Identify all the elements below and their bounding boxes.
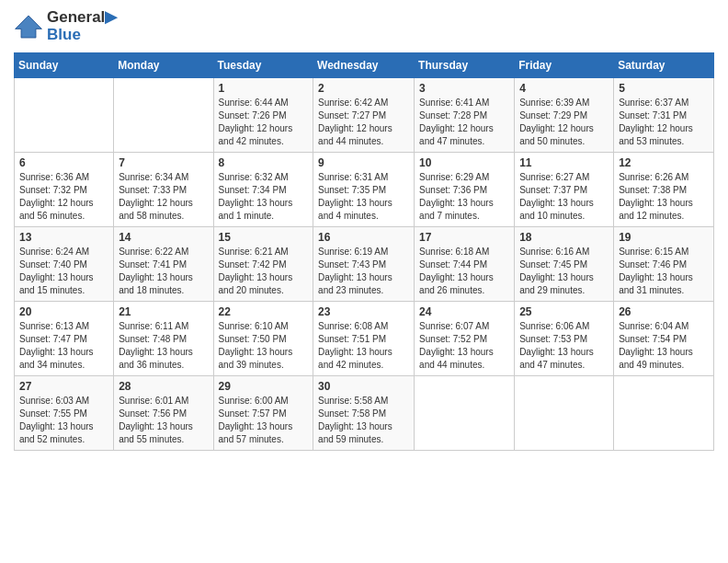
calendar-cell: 23Sunrise: 6:08 AM Sunset: 7:51 PM Dayli… [313,302,415,376]
calendar-cell: 7Sunrise: 6:34 AM Sunset: 7:33 PM Daylig… [114,153,213,227]
calendar-cell: 5Sunrise: 6:37 AM Sunset: 7:31 PM Daylig… [614,78,714,153]
calendar-cell: 20Sunrise: 6:13 AM Sunset: 7:47 PM Dayli… [15,302,114,376]
day-number: 20 [19,305,108,318]
calendar-cell: 27Sunrise: 6:03 AM Sunset: 7:55 PM Dayli… [15,376,114,451]
day-header-sunday: Sunday [15,53,114,78]
day-info: Sunrise: 6:26 AM Sunset: 7:38 PM Dayligh… [619,171,709,223]
day-number: 22 [219,305,309,318]
day-number: 11 [519,156,609,169]
calendar-cell: 25Sunrise: 6:06 AM Sunset: 7:53 PM Dayli… [515,302,614,376]
calendar-cell: 10Sunrise: 6:29 AM Sunset: 7:36 PM Dayli… [415,153,515,227]
week-row-5: 27Sunrise: 6:03 AM Sunset: 7:55 PM Dayli… [15,376,714,451]
day-number: 18 [519,231,609,244]
page-container: General▶ Blue SundayMondayTuesdayWednesd… [0,0,728,465]
day-info: Sunrise: 6:11 AM Sunset: 7:48 PM Dayligh… [119,320,208,372]
day-header-monday: Monday [114,53,213,78]
day-number: 24 [419,305,509,318]
calendar-cell: 6Sunrise: 6:36 AM Sunset: 7:32 PM Daylig… [15,153,114,227]
day-info: Sunrise: 6:06 AM Sunset: 7:53 PM Dayligh… [519,320,609,372]
day-info: Sunrise: 6:37 AM Sunset: 7:31 PM Dayligh… [619,97,709,148]
day-info: Sunrise: 6:07 AM Sunset: 7:52 PM Dayligh… [419,320,509,372]
calendar-cell [15,78,114,153]
calendar-cell: 17Sunrise: 6:18 AM Sunset: 7:44 PM Dayli… [415,227,515,302]
day-number: 15 [219,231,309,244]
week-row-2: 6Sunrise: 6:36 AM Sunset: 7:32 PM Daylig… [15,153,714,227]
day-number: 3 [419,82,509,95]
day-number: 16 [318,231,409,244]
day-number: 26 [619,305,709,318]
day-info: Sunrise: 6:08 AM Sunset: 7:51 PM Dayligh… [318,320,409,372]
logo: General▶ Blue [14,9,117,43]
day-number: 12 [619,156,709,169]
day-header-saturday: Saturday [614,53,714,78]
calendar-cell [515,376,614,451]
calendar-cell: 28Sunrise: 6:01 AM Sunset: 7:56 PM Dayli… [114,376,213,451]
calendar-cell: 2Sunrise: 6:42 AM Sunset: 7:27 PM Daylig… [313,78,415,153]
week-row-4: 20Sunrise: 6:13 AM Sunset: 7:47 PM Dayli… [15,302,714,376]
day-info: Sunrise: 6:27 AM Sunset: 7:37 PM Dayligh… [519,171,609,223]
day-info: Sunrise: 6:39 AM Sunset: 7:29 PM Dayligh… [519,97,609,148]
calendar-cell: 4Sunrise: 6:39 AM Sunset: 7:29 PM Daylig… [515,78,614,153]
day-info: Sunrise: 6:19 AM Sunset: 7:43 PM Dayligh… [318,246,409,297]
day-info: Sunrise: 6:34 AM Sunset: 7:33 PM Dayligh… [119,171,208,223]
day-number: 9 [318,156,409,169]
day-info: Sunrise: 6:04 AM Sunset: 7:54 PM Dayligh… [619,320,709,372]
calendar-cell: 1Sunrise: 6:44 AM Sunset: 7:26 PM Daylig… [213,78,313,153]
day-info: Sunrise: 6:44 AM Sunset: 7:26 PM Dayligh… [219,97,309,148]
calendar-cell: 9Sunrise: 6:31 AM Sunset: 7:35 PM Daylig… [313,153,415,227]
day-number: 6 [19,156,108,169]
header-row: SundayMondayTuesdayWednesdayThursdayFrid… [15,53,714,78]
calendar-cell: 15Sunrise: 6:21 AM Sunset: 7:42 PM Dayli… [213,227,313,302]
day-info: Sunrise: 6:13 AM Sunset: 7:47 PM Dayligh… [19,320,108,372]
calendar-cell: 14Sunrise: 6:22 AM Sunset: 7:41 PM Dayli… [114,227,213,302]
day-info: Sunrise: 6:03 AM Sunset: 7:55 PM Dayligh… [19,395,108,446]
logo-text: General▶ [47,9,117,27]
day-header-tuesday: Tuesday [213,53,313,78]
day-info: Sunrise: 5:58 AM Sunset: 7:58 PM Dayligh… [318,395,409,446]
day-number: 4 [519,82,609,95]
day-number: 28 [119,380,208,393]
calendar-cell: 16Sunrise: 6:19 AM Sunset: 7:43 PM Dayli… [313,227,415,302]
day-number: 8 [219,156,309,169]
logo-icon [14,14,43,40]
calendar-cell: 30Sunrise: 5:58 AM Sunset: 7:58 PM Dayli… [313,376,415,451]
day-info: Sunrise: 6:15 AM Sunset: 7:46 PM Dayligh… [619,246,709,297]
calendar-cell: 29Sunrise: 6:00 AM Sunset: 7:57 PM Dayli… [213,376,313,451]
logo-subtext: Blue [47,27,117,44]
day-number: 27 [19,380,108,393]
calendar-cell: 21Sunrise: 6:11 AM Sunset: 7:48 PM Dayli… [114,302,213,376]
day-info: Sunrise: 6:18 AM Sunset: 7:44 PM Dayligh… [419,246,509,297]
week-row-3: 13Sunrise: 6:24 AM Sunset: 7:40 PM Dayli… [15,227,714,302]
day-number: 2 [318,82,409,95]
day-header-friday: Friday [515,53,614,78]
day-number: 30 [318,380,409,393]
day-number: 19 [619,231,709,244]
calendar-cell: 18Sunrise: 6:16 AM Sunset: 7:45 PM Dayli… [515,227,614,302]
day-number: 17 [419,231,509,244]
calendar-cell: 26Sunrise: 6:04 AM Sunset: 7:54 PM Dayli… [614,302,714,376]
day-number: 25 [519,305,609,318]
day-info: Sunrise: 6:31 AM Sunset: 7:35 PM Dayligh… [318,171,409,223]
day-number: 29 [219,380,309,393]
calendar-table: SundayMondayTuesdayWednesdayThursdayFrid… [14,52,714,451]
day-info: Sunrise: 6:10 AM Sunset: 7:50 PM Dayligh… [219,320,309,372]
day-number: 14 [119,231,208,244]
day-number: 13 [19,231,108,244]
day-number: 10 [419,156,509,169]
calendar-cell [614,376,714,451]
day-info: Sunrise: 6:22 AM Sunset: 7:41 PM Dayligh… [119,246,208,297]
calendar-cell: 12Sunrise: 6:26 AM Sunset: 7:38 PM Dayli… [614,153,714,227]
week-row-1: 1Sunrise: 6:44 AM Sunset: 7:26 PM Daylig… [15,78,714,153]
day-info: Sunrise: 6:16 AM Sunset: 7:45 PM Dayligh… [519,246,609,297]
calendar-cell: 11Sunrise: 6:27 AM Sunset: 7:37 PM Dayli… [515,153,614,227]
calendar-cell: 3Sunrise: 6:41 AM Sunset: 7:28 PM Daylig… [415,78,515,153]
day-info: Sunrise: 6:32 AM Sunset: 7:34 PM Dayligh… [219,171,309,223]
day-header-wednesday: Wednesday [313,53,415,78]
day-number: 1 [219,82,309,95]
calendar-cell: 24Sunrise: 6:07 AM Sunset: 7:52 PM Dayli… [415,302,515,376]
day-info: Sunrise: 6:00 AM Sunset: 7:57 PM Dayligh… [219,395,309,446]
day-info: Sunrise: 6:24 AM Sunset: 7:40 PM Dayligh… [19,246,108,297]
day-info: Sunrise: 6:36 AM Sunset: 7:32 PM Dayligh… [19,171,108,223]
calendar-cell [114,78,213,153]
day-info: Sunrise: 6:29 AM Sunset: 7:36 PM Dayligh… [419,171,509,223]
